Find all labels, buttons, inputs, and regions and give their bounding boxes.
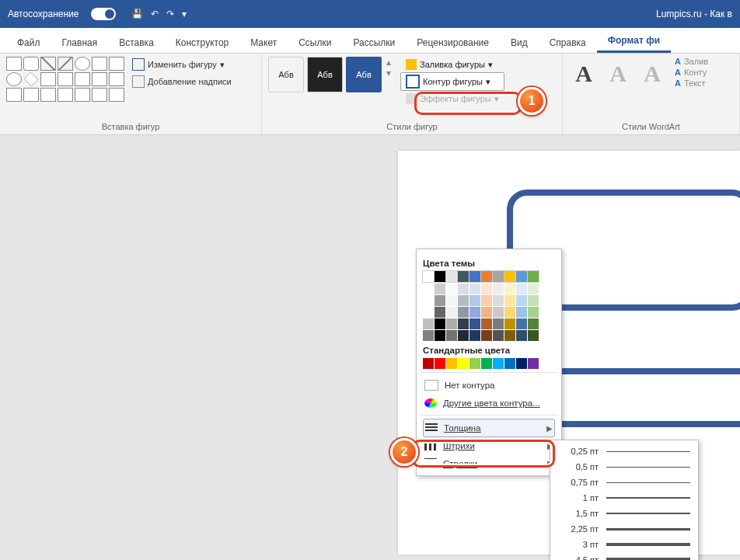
color-swatch[interactable] — [446, 358, 457, 369]
color-swatch[interactable] — [481, 358, 492, 369]
redo-icon[interactable]: ↷ — [166, 9, 174, 19]
theme-color-tints[interactable] — [423, 283, 555, 341]
tab-insert[interactable]: Вставка — [108, 32, 165, 53]
color-swatch[interactable] — [481, 330, 492, 341]
qat-more-icon[interactable]: ▾ — [182, 9, 187, 19]
color-swatch[interactable] — [435, 330, 445, 341]
color-swatch[interactable] — [469, 358, 480, 369]
color-swatch[interactable] — [423, 307, 434, 318]
color-swatch[interactable] — [446, 330, 457, 341]
color-swatch[interactable] — [446, 307, 457, 318]
shape-outline-button[interactable]: Контур фигуры ▾ — [400, 72, 504, 91]
color-swatch[interactable] — [516, 330, 527, 341]
wordart-outline-button[interactable]: AКонту — [675, 68, 708, 77]
weight-option[interactable]: 0,5 пт — [550, 459, 698, 475]
dashes-submenu-item[interactable]: Штрихи▶ — [423, 437, 555, 454]
color-swatch[interactable] — [493, 295, 504, 306]
style-swatch-2[interactable]: Абв — [307, 57, 343, 92]
no-outline-item[interactable]: Нет контура — [423, 376, 555, 395]
color-swatch[interactable] — [458, 295, 469, 306]
color-swatch[interactable] — [493, 307, 504, 318]
color-swatch[interactable] — [435, 307, 445, 318]
color-swatch[interactable] — [435, 358, 445, 369]
color-swatch[interactable] — [516, 358, 527, 369]
weight-option[interactable]: 1,5 пт — [550, 506, 698, 521]
color-swatch[interactable] — [435, 271, 445, 282]
color-swatch[interactable] — [504, 307, 515, 318]
shape-fill-button[interactable]: Заливка фигуры ▾ — [400, 57, 504, 72]
color-swatch[interactable] — [469, 295, 480, 306]
color-swatch[interactable] — [516, 283, 527, 294]
color-swatch[interactable] — [528, 318, 539, 329]
color-swatch[interactable] — [446, 283, 457, 294]
wordart-effects-button[interactable]: AТекст — [675, 78, 708, 88]
color-swatch[interactable] — [469, 271, 480, 282]
color-swatch[interactable] — [493, 271, 504, 282]
wordart-gallery[interactable]: A A A — [569, 57, 667, 91]
wordart-fill-button[interactable]: AЗалив — [675, 57, 708, 66]
color-swatch[interactable] — [458, 318, 469, 329]
color-swatch[interactable] — [458, 307, 469, 318]
tab-mailings[interactable]: Рассылки — [342, 32, 406, 53]
weight-option[interactable]: 0,75 пт — [550, 475, 698, 490]
tab-view[interactable]: Вид — [500, 32, 539, 53]
color-swatch[interactable] — [435, 318, 445, 329]
tab-home[interactable]: Главная — [51, 32, 109, 53]
color-swatch[interactable] — [446, 271, 457, 282]
arrows-submenu-item[interactable]: Стрелки▶ — [423, 454, 555, 472]
save-icon[interactable]: 💾 — [131, 9, 143, 19]
color-swatch[interactable] — [504, 318, 515, 329]
color-swatch[interactable] — [493, 318, 504, 329]
color-swatch[interactable] — [458, 358, 469, 369]
color-swatch[interactable] — [528, 307, 539, 318]
style-swatch-3[interactable]: Абв — [346, 57, 382, 92]
style-swatch-1[interactable]: Абв — [268, 57, 304, 92]
color-swatch[interactable] — [469, 318, 480, 329]
more-colors-item[interactable]: Другие цвета контура... — [423, 395, 555, 412]
undo-icon[interactable]: ↶ — [151, 9, 159, 19]
color-swatch[interactable] — [435, 295, 445, 306]
color-swatch[interactable] — [458, 330, 469, 341]
color-swatch[interactable] — [504, 358, 515, 369]
color-swatch[interactable] — [504, 330, 515, 341]
color-swatch[interactable] — [481, 307, 492, 318]
weight-option[interactable]: 4,5 пт — [550, 552, 698, 560]
theme-color-row[interactable] — [423, 271, 555, 282]
tab-references[interactable]: Ссылки — [288, 32, 342, 53]
color-swatch[interactable] — [481, 271, 492, 282]
color-swatch[interactable] — [481, 295, 492, 306]
color-swatch[interactable] — [504, 271, 515, 282]
standard-color-row[interactable] — [423, 358, 555, 369]
color-swatch[interactable] — [446, 295, 457, 306]
color-swatch[interactable] — [516, 318, 527, 329]
color-swatch[interactable] — [469, 330, 480, 341]
color-swatch[interactable] — [458, 271, 469, 282]
weight-submenu-item[interactable]: Толщина ▶ — [423, 419, 555, 437]
color-swatch[interactable] — [493, 283, 504, 294]
color-swatch[interactable] — [458, 283, 469, 294]
color-swatch[interactable] — [423, 271, 434, 282]
weight-option[interactable]: 0,25 пт — [550, 443, 698, 459]
weight-option[interactable]: 3 пт — [550, 537, 698, 552]
color-swatch[interactable] — [493, 358, 504, 369]
color-swatch[interactable] — [528, 283, 539, 294]
tab-format-shape[interactable]: Формат фи — [597, 30, 671, 53]
color-swatch[interactable] — [516, 295, 527, 306]
tab-help[interactable]: Справка — [539, 32, 597, 53]
color-swatch[interactable] — [446, 318, 457, 329]
tab-review[interactable]: Рецензирование — [406, 32, 500, 53]
color-swatch[interactable] — [528, 358, 539, 369]
color-swatch[interactable] — [423, 295, 434, 306]
wordart-swatch[interactable]: A — [637, 57, 667, 91]
color-swatch[interactable] — [469, 307, 480, 318]
tab-file[interactable]: Файл — [6, 32, 51, 53]
color-swatch[interactable] — [481, 283, 492, 294]
color-swatch[interactable] — [423, 358, 434, 369]
wordart-swatch[interactable]: A — [569, 57, 599, 91]
weight-option[interactable]: 1 пт — [550, 490, 698, 506]
tab-design[interactable]: Конструктор — [165, 32, 239, 53]
color-swatch[interactable] — [423, 283, 434, 294]
tab-layout[interactable]: Макет — [239, 32, 288, 53]
color-swatch[interactable] — [423, 330, 434, 341]
color-swatch[interactable] — [423, 318, 434, 329]
